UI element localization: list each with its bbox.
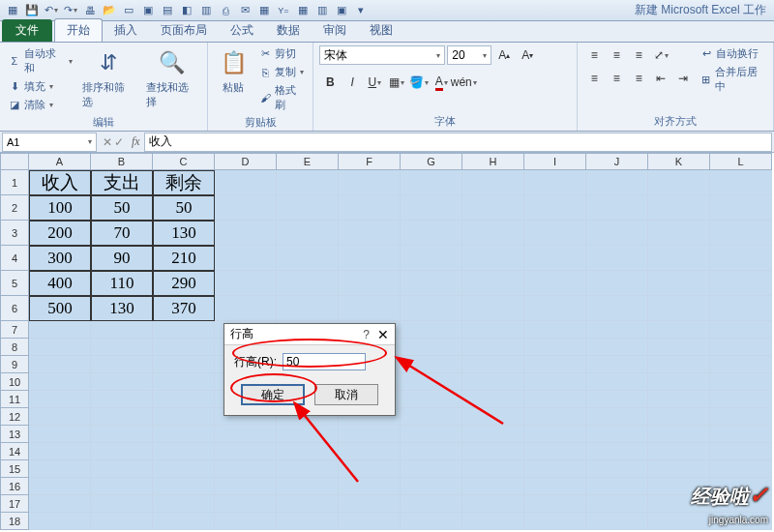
cell[interactable] xyxy=(153,443,215,460)
qat-icon-7[interactable]: ▦ xyxy=(255,2,273,19)
cell[interactable]: 90 xyxy=(91,246,153,271)
cell[interactable] xyxy=(648,246,710,271)
cell[interactable] xyxy=(153,321,215,339)
cell[interactable] xyxy=(401,296,462,321)
cell[interactable] xyxy=(215,195,277,221)
tab-layout[interactable]: 页面布局 xyxy=(149,19,219,42)
qat-icon-9[interactable]: ▦ xyxy=(294,2,312,19)
cell[interactable] xyxy=(710,271,772,296)
cell[interactable] xyxy=(401,426,462,443)
indent-inc-button[interactable]: ⇥ xyxy=(672,69,694,88)
cell[interactable]: 400 xyxy=(29,271,91,296)
dialog-close-icon[interactable]: ✕ xyxy=(377,327,389,342)
cell[interactable] xyxy=(462,356,524,373)
cell[interactable] xyxy=(586,356,648,373)
row-header[interactable]: 14 xyxy=(0,443,29,460)
cell[interactable]: 290 xyxy=(153,271,215,296)
row-header[interactable]: 5 xyxy=(0,271,29,296)
cell[interactable] xyxy=(586,391,648,408)
fill-button[interactable]: ⬇填充▾ xyxy=(6,78,74,95)
cell[interactable] xyxy=(153,391,215,408)
cell[interactable] xyxy=(401,478,462,495)
cell[interactable] xyxy=(648,408,710,426)
cell[interactable] xyxy=(91,443,153,460)
cell[interactable] xyxy=(215,513,277,530)
col-header[interactable]: E xyxy=(277,153,339,170)
autosum-button[interactable]: Σ自动求和▾ xyxy=(6,45,74,76)
cell[interactable] xyxy=(586,408,648,426)
cell[interactable] xyxy=(277,460,339,478)
phonetic-button[interactable]: wén▾ xyxy=(453,73,474,92)
cell[interactable] xyxy=(586,170,648,195)
cell[interactable] xyxy=(91,408,153,426)
cell[interactable] xyxy=(339,296,401,321)
row-header[interactable]: 12 xyxy=(0,408,29,426)
cell[interactable] xyxy=(401,408,462,426)
cell[interactable] xyxy=(648,170,710,195)
cell[interactable] xyxy=(339,195,401,221)
accept-formula-icon[interactable]: ✓ xyxy=(114,135,124,149)
align-left-button[interactable]: ≡ xyxy=(583,69,605,88)
cell[interactable] xyxy=(215,495,277,513)
cell[interactable] xyxy=(29,339,91,356)
cell[interactable] xyxy=(339,513,401,530)
cell[interactable] xyxy=(277,170,339,195)
cell[interactable] xyxy=(710,356,772,373)
qat-print-icon[interactable]: 🖶 xyxy=(81,2,99,19)
col-header[interactable]: H xyxy=(462,153,524,170)
cell[interactable] xyxy=(29,478,91,495)
cell[interactable]: 300 xyxy=(29,246,91,271)
tab-insert[interactable]: 插入 xyxy=(103,19,149,42)
cell[interactable] xyxy=(462,408,524,426)
cell[interactable] xyxy=(524,513,586,530)
cell[interactable]: 130 xyxy=(153,221,215,246)
cell[interactable]: 70 xyxy=(91,221,153,246)
cell[interactable] xyxy=(710,391,772,408)
cell[interactable] xyxy=(710,408,772,426)
cell[interactable] xyxy=(524,408,586,426)
formula-bar[interactable]: 收入 xyxy=(144,133,772,152)
cell[interactable] xyxy=(91,391,153,408)
ok-button[interactable]: 确定 xyxy=(241,384,305,405)
cell[interactable] xyxy=(586,443,648,460)
cell[interactable] xyxy=(153,478,215,495)
cell[interactable] xyxy=(153,426,215,443)
cell[interactable] xyxy=(648,271,710,296)
cell[interactable] xyxy=(710,246,772,271)
cell[interactable] xyxy=(710,460,772,478)
cell[interactable] xyxy=(462,460,524,478)
cell[interactable] xyxy=(215,478,277,495)
col-header[interactable]: J xyxy=(586,153,648,170)
font-size-select[interactable]: 20▾ xyxy=(447,45,491,65)
cell[interactable] xyxy=(586,495,648,513)
cancel-button[interactable]: 取消 xyxy=(314,384,378,405)
cell[interactable] xyxy=(462,321,524,339)
cell[interactable] xyxy=(710,221,772,246)
cell[interactable] xyxy=(524,478,586,495)
cell[interactable] xyxy=(401,443,462,460)
cell[interactable] xyxy=(401,221,462,246)
tab-review[interactable]: 审阅 xyxy=(312,19,358,42)
italic-button[interactable]: I xyxy=(342,73,363,92)
cell[interactable] xyxy=(524,495,586,513)
col-header[interactable]: C xyxy=(153,153,215,170)
cell[interactable]: 100 xyxy=(29,195,91,221)
cell[interactable] xyxy=(401,460,462,478)
fx-icon[interactable]: fx xyxy=(128,134,144,149)
tab-data[interactable]: 数据 xyxy=(265,19,312,42)
cell[interactable] xyxy=(277,296,339,321)
dialog-titlebar[interactable]: 行高 ? ✕ xyxy=(224,324,395,345)
cell[interactable] xyxy=(524,373,586,391)
cell[interactable] xyxy=(339,170,401,195)
cell[interactable] xyxy=(339,495,401,513)
cell[interactable] xyxy=(401,339,462,356)
cell[interactable] xyxy=(277,271,339,296)
cell[interactable] xyxy=(339,460,401,478)
qat-icon-1[interactable]: ▣ xyxy=(139,2,157,19)
cell[interactable] xyxy=(462,426,524,443)
cell[interactable]: 支出 xyxy=(91,170,153,195)
cell[interactable] xyxy=(29,443,91,460)
cell[interactable] xyxy=(29,321,91,339)
cell[interactable] xyxy=(29,460,91,478)
paste-button[interactable]: 📋粘贴 xyxy=(214,45,253,97)
